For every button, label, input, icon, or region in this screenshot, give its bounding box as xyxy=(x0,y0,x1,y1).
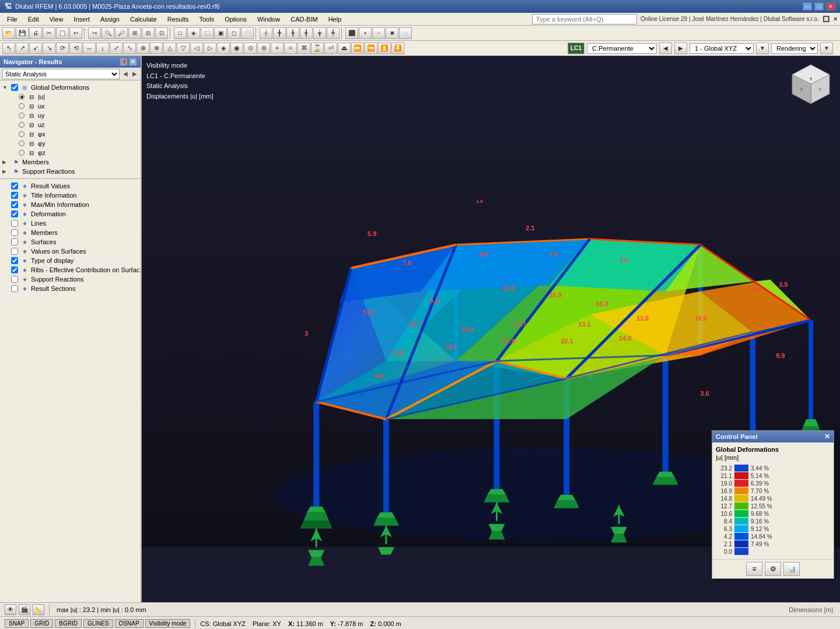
display-option-title-info[interactable]: ◈ Title Information xyxy=(0,191,141,200)
toolbar-btn-10[interactable]: ⊟ xyxy=(142,27,155,39)
toolbar2-btn-10[interactable]: ⊕ xyxy=(136,43,149,54)
cp-settings-btn[interactable]: ⚙ xyxy=(765,562,781,576)
toolbar-btn-2[interactable]: 🖨 xyxy=(29,27,42,39)
next-lc-btn[interactable]: ▶ xyxy=(674,43,687,54)
toolbar-btn-24[interactable]: ⬛ xyxy=(345,27,358,39)
prev-lc-btn[interactable]: ◀ xyxy=(659,43,672,54)
animation-btn[interactable]: 🎬 xyxy=(19,605,30,615)
toolbar-btn-12[interactable]: □ xyxy=(174,27,187,39)
tree-item-uy[interactable]: ⊟ uy xyxy=(0,111,141,120)
toolbar2-btn-16[interactable]: ◈ xyxy=(217,43,230,54)
toolbar2-btn-29[interactable]: ⏬ xyxy=(391,43,404,54)
toolbar2-btn-23[interactable]: ⌛ xyxy=(311,43,324,54)
tree-item-phix[interactable]: ⊟ φx xyxy=(0,129,141,139)
tree-item-global-deformations[interactable]: ▼ ⊞ Global Deformations xyxy=(0,83,141,92)
toolbar-btn-16[interactable]: ◻ xyxy=(228,27,240,39)
snap-btn-osnap[interactable]: OSNAP xyxy=(115,619,144,628)
toolbar-btn-15[interactable]: ▣ xyxy=(214,27,227,39)
toolbar2-btn-28[interactable]: ⏫ xyxy=(378,43,391,54)
menu-item-file[interactable]: File xyxy=(2,15,22,24)
viewport[interactable]: Visibility mode LC1 - C.Permanente Stati… xyxy=(142,56,840,602)
toolbar2-btn-12[interactable]: △ xyxy=(163,43,176,54)
toolbar2-btn-25[interactable]: ⏏ xyxy=(338,43,351,54)
toolbar2-btn-18[interactable]: ⊙ xyxy=(244,43,257,54)
toolbar2-btn-9[interactable]: ⤡ xyxy=(123,43,136,54)
toolbar2-btn-3[interactable]: ↘ xyxy=(43,43,55,54)
toolbar2-btn-21[interactable]: ⌗ xyxy=(284,43,297,54)
toolbar-btn-13[interactable]: ◈ xyxy=(187,27,200,39)
toolbar-btn-9[interactable]: ⊞ xyxy=(128,27,141,39)
toolbar2-btn-1[interactable]: ↗ xyxy=(16,43,29,54)
checkbox-title-info[interactable] xyxy=(11,192,18,199)
toolbar-btn-0[interactable]: 📂 xyxy=(2,27,15,39)
toolbar2-btn-6[interactable]: ↔ xyxy=(83,43,96,54)
display-option-members2[interactable]: ◈ Members xyxy=(0,228,141,237)
display-option-deformation[interactable]: ◈ Deformation xyxy=(0,209,141,219)
display-option-values-surfaces[interactable]: ◈ Values on Surfaces xyxy=(0,247,141,256)
toolbar-btn-14[interactable]: ⬚ xyxy=(201,27,214,39)
radio-ux[interactable] xyxy=(19,103,24,109)
radio-phix[interactable] xyxy=(19,131,24,137)
radio-uz[interactable] xyxy=(19,122,24,128)
toolbar-btn-28[interactable]: ◽ xyxy=(399,27,412,39)
toolbar-btn-17[interactable]: ⬜ xyxy=(241,27,254,39)
toolbar-btn-1[interactable]: 💾 xyxy=(16,27,29,39)
tree-item-ux[interactable]: ⊟ ux xyxy=(0,101,141,111)
toolbar-btn-18[interactable]: ┼ xyxy=(260,27,272,39)
toolbar2-btn-22[interactable]: ⌘ xyxy=(298,43,310,54)
toolbar-btn-21[interactable]: ╉ xyxy=(300,27,313,39)
nav-close-btn[interactable]: ✕ xyxy=(129,58,137,66)
toolbar-btn-19[interactable]: ╋ xyxy=(273,27,286,39)
snap-btn-bgrid[interactable]: BGRID xyxy=(55,619,82,628)
radio-uy[interactable] xyxy=(19,113,24,118)
toolbar2-btn-8[interactable]: ⤢ xyxy=(110,43,123,54)
toolbar2-btn-15[interactable]: ▷ xyxy=(204,43,216,54)
display-option-result-sections[interactable]: ◈ Result Sections xyxy=(0,284,141,293)
view-expand-btn[interactable]: ▼ xyxy=(756,43,769,54)
tree-item-phiz[interactable]: ⊟ φz xyxy=(0,148,141,157)
menu-item-edit[interactable]: Edit xyxy=(23,15,44,24)
display-option-maxmin-info[interactable]: ◈ Max/Min Information xyxy=(0,200,141,209)
tree-item-members[interactable]: ▶ ⚑ Members xyxy=(0,157,141,167)
toolbar2-btn-7[interactable]: ↕ xyxy=(96,43,109,54)
toolbar2-btn-13[interactable]: ▽ xyxy=(177,43,190,54)
nav-pin-btn[interactable]: 📌 xyxy=(120,58,128,66)
control-panel-close-btn[interactable]: ✕ xyxy=(824,433,830,441)
toolbar2-btn-2[interactable]: ↙ xyxy=(29,43,42,54)
toolbar-btn-8[interactable]: 🔎 xyxy=(115,27,128,39)
toolbar-btn-25[interactable]: ▪ xyxy=(359,27,372,39)
display-option-lines[interactable]: ◈ Lines xyxy=(0,219,141,228)
checkbox-type-display[interactable] xyxy=(11,257,18,264)
checkbox-maxmin-info[interactable] xyxy=(11,201,18,208)
analysis-type-selector[interactable]: Static Analysis xyxy=(2,69,120,79)
window-resize-btn[interactable]: 🔲 xyxy=(822,16,830,22)
display-option-result-values[interactable]: ◈ Result Values xyxy=(0,181,141,191)
checkbox-lines[interactable] xyxy=(11,220,18,227)
cp-chart-btn[interactable]: 📊 xyxy=(783,562,800,576)
radio-phiz[interactable] xyxy=(19,150,24,156)
checkbox-values-surfaces[interactable] xyxy=(11,248,18,255)
menu-item-assign[interactable]: Assign xyxy=(96,15,124,24)
toolbar2-btn-27[interactable]: ⏪ xyxy=(365,43,377,54)
snap-btn-glines[interactable]: GLINES xyxy=(83,619,113,628)
tree-item-support-reactions[interactable]: ▶ ⚑ Support Reactions xyxy=(0,167,141,176)
toolbar-btn-23[interactable]: ╇ xyxy=(327,27,340,39)
tree-item-u[interactable]: ⊟ |u| xyxy=(0,92,141,101)
toolbar2-btn-5[interactable]: ⟲ xyxy=(69,43,82,54)
toolbar-btn-5[interactable]: ↩ xyxy=(69,27,82,39)
window-close2-btn[interactable]: ✕ xyxy=(833,16,838,22)
toolbar2-btn-26[interactable]: ⏩ xyxy=(351,43,364,54)
toolbar-btn-11[interactable]: ⊡ xyxy=(155,27,168,39)
toolbar-btn-20[interactable]: ╊ xyxy=(286,27,299,39)
menu-item-calculate[interactable]: Calculate xyxy=(125,15,162,24)
menu-item-options[interactable]: Options xyxy=(220,15,251,24)
toolbar2-btn-0[interactable]: ↖ xyxy=(2,43,15,54)
menu-item-window[interactable]: Window xyxy=(253,15,285,24)
snap-btn-snap[interactable]: SNAP xyxy=(5,619,29,628)
toolbar-btn-3[interactable]: ✂ xyxy=(43,27,55,39)
checkbox-ribs[interactable] xyxy=(11,266,18,273)
checkbox-deformation[interactable] xyxy=(11,210,18,217)
toolbar2-btn-24[interactable]: ⏎ xyxy=(324,43,337,54)
global-deformations-checkbox[interactable] xyxy=(11,84,18,91)
toolbar2-btn-4[interactable]: ⟳ xyxy=(56,43,69,54)
